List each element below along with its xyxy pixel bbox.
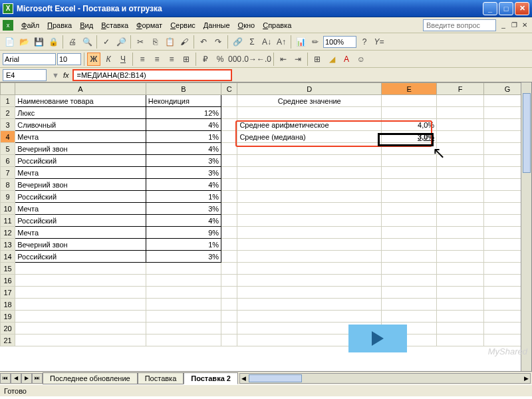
cell[interactable] — [146, 263, 221, 275]
cell[interactable] — [15, 299, 146, 311]
cell[interactable]: Вечерний звон — [15, 179, 146, 191]
cell[interactable] — [146, 275, 221, 287]
cell[interactable] — [382, 95, 437, 107]
select-all-corner[interactable] — [1, 83, 15, 95]
cell[interactable] — [15, 287, 146, 299]
inc-indent-icon[interactable]: ⇥ — [291, 53, 305, 66]
cell[interactable]: 4% — [146, 119, 221, 131]
dec-decimal-icon[interactable]: ←.0 — [257, 53, 271, 66]
cell[interactable]: Сливочный — [15, 119, 146, 131]
cell[interactable] — [221, 239, 237, 251]
borders-icon[interactable]: ⊞ — [311, 53, 324, 66]
cell[interactable] — [221, 143, 237, 155]
cell[interactable] — [237, 191, 382, 203]
cell[interactable] — [437, 287, 484, 299]
tab-nav-button[interactable]: ⏮ — [0, 373, 11, 384]
cell[interactable]: 3% — [146, 251, 221, 263]
doc-restore-button[interactable]: ❐ — [509, 21, 519, 30]
cell[interactable] — [437, 215, 484, 227]
undo-icon[interactable]: ↶ — [197, 35, 210, 49]
cell[interactable] — [437, 143, 484, 155]
cell[interactable] — [437, 299, 484, 311]
cell[interactable] — [221, 334, 237, 346]
menu-item[interactable]: Правка — [43, 19, 76, 31]
sheet-area[interactable]: A B C D E F G 1 Наименование товара Неко… — [0, 82, 532, 371]
cell[interactable] — [382, 287, 437, 299]
cell[interactable] — [221, 323, 237, 334]
merge-icon[interactable]: ⊞ — [180, 53, 193, 66]
cell[interactable]: Среднее значение — [237, 95, 382, 107]
sheet-tab[interactable]: Поставка — [138, 372, 184, 384]
col-header-b[interactable]: B — [146, 83, 221, 95]
cell[interactable] — [221, 299, 237, 311]
cell[interactable] — [237, 239, 382, 251]
doc-minimize-button[interactable]: _ — [499, 21, 508, 30]
cell[interactable] — [382, 239, 437, 251]
cell[interactable] — [15, 263, 146, 275]
cell[interactable] — [382, 143, 437, 155]
cell[interactable]: Наименование товара — [15, 95, 146, 107]
cell[interactable] — [221, 203, 237, 215]
cell[interactable] — [221, 215, 237, 227]
cell[interactable] — [146, 299, 221, 311]
spreadsheet-grid[interactable]: A B C D E F G 1 Наименование товара Неко… — [0, 82, 531, 346]
cell[interactable] — [382, 227, 437, 239]
print-icon[interactable]: 🖨 — [66, 35, 79, 49]
cell[interactable] — [221, 287, 237, 299]
cell[interactable] — [237, 143, 382, 155]
research-icon[interactable]: 🔎 — [114, 35, 128, 49]
col-header-d[interactable]: D — [237, 83, 382, 95]
save-icon[interactable]: 💾 — [32, 35, 45, 49]
sort-desc-icon[interactable]: A↑ — [275, 35, 288, 49]
name-box[interactable]: E4 — [3, 69, 47, 81]
bold-button[interactable]: Ж — [87, 53, 100, 66]
cell[interactable] — [15, 334, 146, 346]
comma-icon[interactable]: 000 — [228, 53, 241, 66]
cell[interactable] — [437, 131, 484, 143]
paste-icon[interactable]: 📋 — [163, 35, 176, 49]
cell[interactable] — [437, 263, 484, 275]
cell[interactable]: Люкс — [15, 107, 146, 119]
cell[interactable] — [237, 179, 382, 191]
cell[interactable]: Некондиция — [146, 95, 221, 107]
help-search-input[interactable] — [423, 19, 496, 31]
new-icon[interactable]: 📄 — [3, 35, 16, 49]
cell[interactable] — [382, 215, 437, 227]
cell[interactable] — [221, 191, 237, 203]
cell[interactable] — [237, 227, 382, 239]
tab-nav-button[interactable]: ◀ — [11, 373, 21, 384]
cell[interactable] — [437, 323, 484, 334]
row-header[interactable]: 6 — [1, 155, 15, 167]
row-header[interactable]: 3 — [1, 119, 15, 131]
cell[interactable] — [221, 107, 237, 119]
align-right-icon[interactable]: ≡ — [165, 53, 178, 66]
row-header[interactable]: 18 — [1, 299, 15, 311]
sheet-tab[interactable]: Поставка 2 — [184, 372, 238, 384]
cell[interactable] — [437, 334, 484, 346]
cell[interactable] — [221, 131, 237, 143]
row-header[interactable]: 7 — [1, 167, 15, 179]
smiley-icon[interactable]: ☺ — [354, 53, 368, 66]
cell[interactable] — [237, 203, 382, 215]
cell[interactable]: 4% — [146, 179, 221, 191]
col-header-e[interactable]: E — [382, 83, 437, 95]
cell[interactable] — [237, 263, 382, 275]
cell[interactable] — [237, 287, 382, 299]
menu-item[interactable]: Окно — [234, 19, 259, 31]
cell[interactable] — [221, 311, 237, 323]
cell[interactable]: 1% — [146, 191, 221, 203]
cell[interactable]: 3% — [146, 203, 221, 215]
cell[interactable]: Российский — [15, 191, 146, 203]
copy-icon[interactable]: ⎘ — [148, 35, 162, 49]
row-header[interactable]: 21 — [1, 334, 15, 346]
cell[interactable]: 4,0% — [382, 119, 437, 131]
cell[interactable] — [437, 203, 484, 215]
cell[interactable] — [382, 179, 437, 191]
cell[interactable] — [221, 227, 237, 239]
cell[interactable]: 9% — [146, 227, 221, 239]
font-color-icon[interactable]: A — [340, 53, 353, 66]
hyperlink-icon[interactable]: 🔗 — [231, 35, 244, 49]
sheet-tab[interactable]: Последнее обновление — [43, 372, 138, 384]
col-header-c[interactable]: C — [221, 83, 237, 95]
cell[interactable] — [437, 191, 484, 203]
